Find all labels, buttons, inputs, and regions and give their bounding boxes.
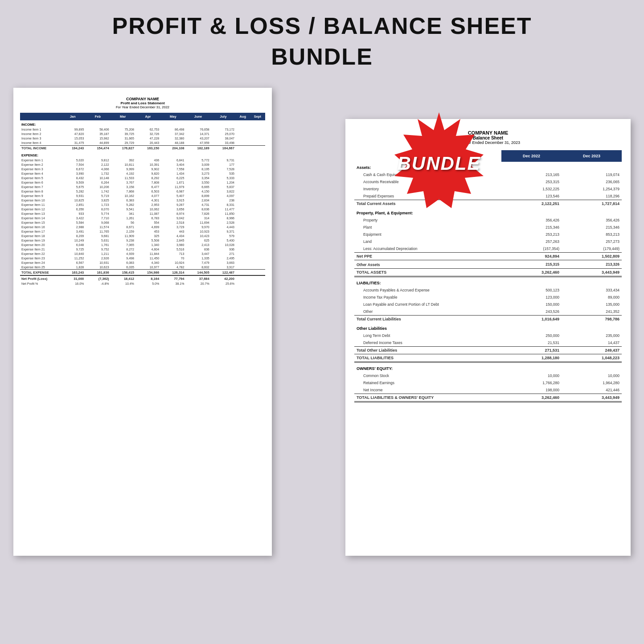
pl-expense-row-25: Expense Item 251,82810,6236,03510,9774,7… <box>20 265 265 270</box>
bs-total-equity-row: TOTAL LIABILITIES & OWNERS' EQUITY3,262,… <box>354 394 622 402</box>
expense-section-header: EXPENSE: <box>20 151 265 158</box>
pl-expense-row-22: Expense Item 2210,8401,2114,93911,844713… <box>20 251 265 256</box>
pl-col-header-label <box>20 113 60 120</box>
pl-expense-row-15: Expense Item 155,5849,068565542,51811,69… <box>20 220 265 225</box>
pl-col-mar: Mar <box>111 113 135 120</box>
pl-col-aug: Aug <box>236 113 250 120</box>
pl-col-june: June <box>185 113 210 120</box>
bs-other-assets-row: Other Assets215,315213,326 <box>354 260 622 269</box>
bs-ltd-row: Long Term Debt250,000235,000 <box>354 332 622 339</box>
bs-income-tax-row: Income Tax Payable123,00089,000 <box>354 294 622 301</box>
bs-total-current-liabilities-row: Total Current Liabilities1,016,649798,78… <box>354 316 622 323</box>
pl-col-may: May <box>160 113 185 120</box>
bs-retained-earnings-row: Retained Earnings1,766,2801,964,280 <box>354 379 622 386</box>
bs-liabilities-header: LIABILITIES: <box>354 277 622 287</box>
bs-other-liabilities-header: Other Liabilities <box>354 323 622 332</box>
pl-expense-row-13: Expense Item 139335,77434111,0878,9747,8… <box>20 211 265 216</box>
pl-expense-row-18: Expense Item 188,2099,68111,9093254,4341… <box>20 234 265 238</box>
pl-expense-row-16: Expense Item 162,98811,5748,6714,6993,72… <box>20 225 265 229</box>
bs-total-liabilities-row: TOTAL LIABILITIES1,288,1801,048,223 <box>354 354 622 362</box>
pl-expense-row-14: Expense Item 143,4227,7101,2616,7839,042… <box>20 216 265 220</box>
pl-total-expense-row: TOTAL EXPENSE 163,243161,836158,415154,9… <box>20 270 265 276</box>
pl-net-profit-pct-row: Net Profit % 16.0%-4.8%10.4%5.0%38.1%20.… <box>20 281 265 286</box>
pl-total-income-row: TOTAL INCOME 194,243154,474176,827163,15… <box>20 145 265 151</box>
documents-container: COMPANY NAME Profit and Loss Statement F… <box>0 83 644 609</box>
pl-expense-row-21: Expense Item 219,7259,7528,2724,6045,516… <box>20 247 265 251</box>
pl-expense-row-9: Expense Item 99,9315,71910,1624,0775,407… <box>20 193 265 198</box>
bs-accum-depr-row: Less: Accumulated Depreciation(157,354)(… <box>354 245 622 253</box>
pl-document-title: Profit and Loss Statement <box>20 101 265 105</box>
pl-col-jan: Jan <box>60 113 85 120</box>
page-title-line2: BUNDLE <box>0 43 644 70</box>
bs-total-assets-row: TOTAL ASSETS3,262,4603,443,949 <box>354 269 622 277</box>
bs-loan-payable-row: Loan Payable and Current Portion of LT D… <box>354 301 622 308</box>
bs-net-income-row: Net Income198,000421,446 <box>354 386 622 394</box>
pl-expense-row-5: Expense Item 58,43210,14811,5338,2926,22… <box>20 176 265 180</box>
pl-expense-row-1: Expense Item 15,0209,8123924366,8415,772… <box>20 158 265 162</box>
pl-expense-row-23: Expense Item 2311,2522,9269,49811,450701… <box>20 256 265 260</box>
pl-expense-row-11: Expense Item 112,8511,7235,2822,9539,267… <box>20 202 265 207</box>
pl-col-july: July <box>211 113 236 120</box>
pl-expense-row-4: Expense Item 43,9901,7324,1929,8201,4343… <box>20 171 265 176</box>
pl-company-name: COMPANY NAME <box>20 97 265 101</box>
income-section-header: INCOME: <box>20 120 265 127</box>
pl-expense-row-20: Expense Item 206,0481,7617,0651,3403,980… <box>20 242 265 247</box>
bs-net-ppe-row: Net PPE924,8941,502,809 <box>354 253 622 260</box>
pl-income-row-2: Income Item 2 47,82035,18739,72532,72637… <box>20 132 265 136</box>
bs-ap-row: Accounts Payables & Accrued Expense500,1… <box>354 287 622 294</box>
bundle-badge: BUNDLE <box>386 110 492 217</box>
pl-expense-row-8: Expense Item 85,2821,7427,8686,5036,9874… <box>20 189 265 193</box>
page-title-line1: PROFIT & LOSS / BALANCE SHEET <box>0 0 644 43</box>
bs-col-dec2023: Dec 2023 <box>562 150 622 162</box>
bundle-badge-text: BUNDLE <box>398 153 481 174</box>
pl-document-subtitle: For Year Ended December 31, 2022 <box>20 105 265 109</box>
bs-property-row: Property356,426356,426 <box>354 217 622 224</box>
pl-income-row-1: Income Item 1 99,89558,40675,20862,75386… <box>20 127 265 132</box>
bs-equity-header: OWNERS' EQUITY: <box>354 362 622 373</box>
bs-deferred-taxes-row: Deferred Income Taxes21,53114,437 <box>354 339 622 347</box>
bs-equipment-row: Equipment253,213853,213 <box>354 231 622 238</box>
pl-expense-row-19: Expense Item 1910,2495,6319,2385,5082,84… <box>20 238 265 242</box>
pl-col-feb: Feb <box>85 113 110 120</box>
pl-expense-row-7: Expense Item 75,67510,2063,1586,47711,97… <box>20 185 265 189</box>
pl-expense-row-10: Expense Item 1010,8253,8256,3834,3013,91… <box>20 198 265 202</box>
pl-net-profit-row: Net Profit (Loss) 31,000(7,362)18,4128,1… <box>20 275 265 281</box>
pl-sheet: COMPANY NAME Profit and Loss Statement F… <box>13 88 272 556</box>
bs-plant-row: Plant215,346215,346 <box>354 224 622 231</box>
pl-expense-row-2: Expense Item 27,5042,12210,81110,3913,40… <box>20 162 265 167</box>
pl-table: Jan Feb Mar Apr May June July Aug Sept I… <box>20 113 265 286</box>
bs-common-stock-row: Common Stock10,00010,000 <box>354 372 622 379</box>
bs-total-other-liabilities-row: Total Other Liabilities271,531249,437 <box>354 347 622 354</box>
pl-expense-row-3: Expense Item 36,6724,0669,9999,9027,5588… <box>20 167 265 171</box>
pl-expense-row-24: Expense Item 246,56710,9316,0834,34010,9… <box>20 260 265 265</box>
pl-company-header: COMPANY NAME Profit and Loss Statement F… <box>20 97 265 109</box>
pl-col-apr: Apr <box>135 113 160 120</box>
pl-expense-row-17: Expense Item 173,49111,7652,15945344310,… <box>20 229 265 234</box>
pl-col-sept: Sept <box>250 113 265 120</box>
pl-income-row-3: Income Item 3 15,05315,98231,66547,22832… <box>20 136 265 141</box>
pl-expense-row-12: Expense Item 126,3568,0709,54110,0623,65… <box>20 207 265 211</box>
bs-other-liability-row: Other243,526241,352 <box>354 308 622 316</box>
pl-expense-row-6: Expense Item 69,5096,2643,7677,8081,6713… <box>20 180 265 185</box>
bs-col-dec2022: Dec 2022 <box>501 150 562 162</box>
pl-income-row-4: Income Item 4 31,47544,89929,72920,44348… <box>20 141 265 146</box>
bs-land-row: Land257,263257,273 <box>354 238 622 245</box>
